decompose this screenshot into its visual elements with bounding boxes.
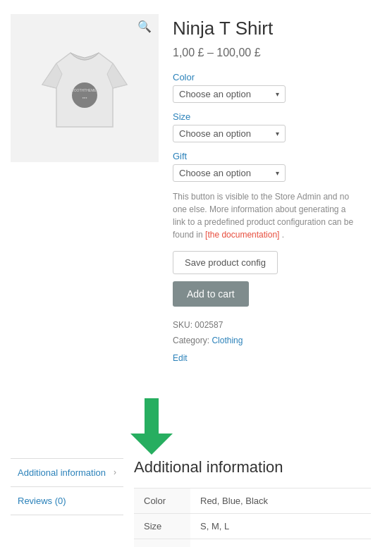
table-cell-value: Paper bag, Plastic bag — [190, 539, 371, 547]
category-label: Category: — [173, 336, 209, 345]
size-variation-group: Size Choose an option ▾ — [173, 111, 381, 142]
table-row: ColorRed, Blue, Black — [134, 488, 371, 513]
color-variation-group: Color Choose an option ▾ — [173, 72, 381, 103]
table-cell-attr: Color — [134, 488, 190, 513]
table-row: GiftPaper bag, Plastic bag — [134, 539, 371, 547]
table-cell-value: Red, Blue, Black — [190, 488, 371, 513]
table-cell-attr: Gift — [134, 539, 190, 547]
gift-chevron-icon: ▾ — [276, 169, 279, 177]
product-meta: SKU: 002587 Category: Clothing Edit — [173, 318, 381, 367]
size-chevron-icon: ▾ — [276, 130, 279, 137]
tab-additional-information[interactable]: Additional information › — [11, 459, 123, 487]
svg-text:WOOTHTHEMES: WOOTHTHEMES — [71, 88, 99, 92]
tab-content-title: Additional information — [134, 458, 371, 477]
product-price: 1,00 £ – 100,00 £ — [173, 47, 381, 59]
size-label: Size — [173, 111, 381, 122]
size-select[interactable]: Choose an option ▾ — [173, 125, 286, 142]
admin-notice: This button is visible to the Store Admi… — [173, 190, 356, 241]
table-cell-value: S, M, L — [190, 513, 371, 539]
chevron-right-icon: › — [114, 467, 116, 477]
product-image-box: 🔍 WOOTHTHEMES ●●● — [11, 14, 159, 162]
arrow-section — [11, 388, 381, 458]
tab-content-area: Additional information ColorRed, Blue, B… — [123, 458, 381, 547]
zoom-icon[interactable]: 🔍 — [137, 20, 152, 33]
gift-variation-group: Gift Choose an option ▾ — [173, 151, 381, 182]
size-select-text: Choose an option — [179, 128, 251, 139]
tabs-section: Additional information › Reviews (0) Add… — [11, 458, 381, 547]
tab-reviews-label: Reviews (0) — [18, 496, 66, 506]
gift-label: Gift — [173, 151, 381, 161]
gift-select-text: Choose an option — [179, 168, 251, 178]
color-chevron-icon: ▾ — [276, 90, 279, 98]
sku-label: SKU: — [173, 320, 195, 330]
tabs-sidebar: Additional information › Reviews (0) — [11, 458, 123, 547]
table-cell-attr: Size — [134, 513, 190, 539]
color-select-text: Choose an option — [179, 89, 251, 99]
green-arrow-icon — [127, 395, 176, 458]
table-row: SizeS, M, L — [134, 513, 371, 539]
add-to-cart-button[interactable]: Add to cart — [173, 281, 249, 307]
product-image-svg: WOOTHTHEMES ●●● — [35, 35, 134, 141]
svg-point-0 — [72, 82, 97, 108]
product-top: 🔍 WOOTHTHEMES ●●● — [11, 14, 381, 367]
page-wrapper: 🔍 WOOTHTHEMES ●●● — [0, 0, 392, 547]
additional-info-table: ColorRed, Blue, BlackSizeS, M, LGiftPape… — [134, 488, 371, 547]
svg-text:●●●: ●●● — [82, 96, 87, 99]
tab-reviews[interactable]: Reviews (0) — [11, 487, 123, 515]
edit-link[interactable]: Edit — [173, 351, 381, 367]
admin-notice-text-after: . — [282, 230, 284, 240]
product-image-col: 🔍 WOOTHTHEMES ●●● — [11, 14, 159, 367]
product-title: Ninja T Shirt — [173, 18, 381, 39]
sku-value: 002587 — [195, 320, 223, 330]
gift-select[interactable]: Choose an option ▾ — [173, 164, 286, 182]
admin-notice-doc-link[interactable]: [the documentation] — [205, 230, 279, 240]
category-link[interactable]: Clothing — [212, 336, 243, 345]
color-select[interactable]: Choose an option ▾ — [173, 85, 286, 103]
tab-additional-information-label: Additional information — [18, 467, 106, 478]
color-label: Color — [173, 72, 381, 82]
product-details-col: Ninja T Shirt 1,00 £ – 100,00 £ Color Ch… — [173, 14, 381, 367]
save-product-config-button[interactable]: Save product config — [173, 251, 278, 274]
